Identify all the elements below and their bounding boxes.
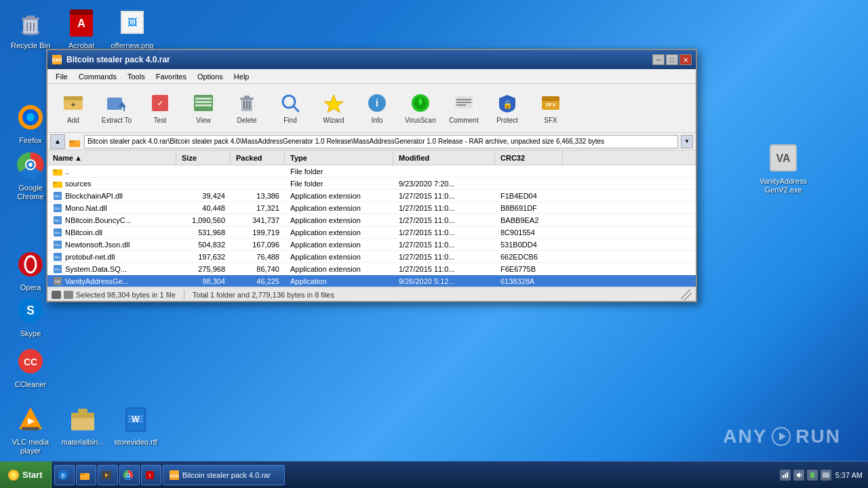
col-crc32-header[interactable]: CRC32 bbox=[495, 150, 563, 165]
toolbar-find-button[interactable]: Find bbox=[270, 87, 311, 130]
restore-button[interactable]: □ bbox=[666, 54, 678, 65]
svg-point-20 bbox=[28, 163, 33, 167]
drive-icon bbox=[68, 135, 81, 148]
toolbar-info-button[interactable]: i Info bbox=[357, 87, 397, 130]
taskbar-folder-icon[interactable] bbox=[76, 465, 96, 485]
desktop-icon-acrobat[interactable]: A Acrobat bbox=[54, 3, 108, 53]
vlc-label: VLC media player bbox=[6, 438, 55, 455]
file-name: Mono.Nat.dll bbox=[65, 204, 107, 212]
menu-help[interactable]: Help bbox=[229, 71, 255, 82]
svg-rect-36 bbox=[128, 415, 143, 417]
table-row[interactable]: DLL BlockchainAPI.dll 39,424 13,386 Appl… bbox=[47, 190, 696, 202]
toolbar-add-button[interactable]: + Add bbox=[53, 87, 94, 130]
toolbar-view-button[interactable]: View bbox=[183, 87, 224, 130]
toolbar-delete-button[interactable]: Delete bbox=[226, 87, 267, 130]
file-size-cell: 98,304 bbox=[176, 277, 231, 286]
svg-rect-117 bbox=[787, 472, 788, 478]
desktop-icon-materialbin[interactable]: materialbin... bbox=[56, 400, 110, 449]
materialbin-icon bbox=[66, 403, 99, 435]
table-row[interactable]: DLL protobuf-net.dll 197,632 76,488 Appl… bbox=[47, 251, 696, 263]
systray-power-icon[interactable] bbox=[807, 470, 818, 481]
taskbar-ie-icon[interactable]: e bbox=[54, 465, 75, 485]
info-icon: i bbox=[366, 92, 388, 114]
taskbar-rar-button[interactable]: RAR Bitcoin stealer pack 4.0.rar bbox=[163, 465, 285, 485]
desktop-icon-vlc[interactable]: ▶ VLC media player bbox=[3, 400, 58, 458]
firefox-icon bbox=[14, 101, 47, 134]
table-row[interactable]: EXE VanityAddressGe... 98,304 46,225 App… bbox=[47, 275, 696, 287]
systray-msg-icon[interactable] bbox=[821, 470, 831, 481]
toolbar-protect-button[interactable]: 🔒 Protect bbox=[487, 87, 528, 130]
desktop-icon-ccleaner[interactable]: CC CCleaner bbox=[3, 342, 58, 392]
start-button[interactable]: Start bbox=[0, 462, 52, 488]
table-row[interactable]: DLL Mono.Nat.dll 40,448 17,321 Applicati… bbox=[47, 202, 696, 214]
col-type-header[interactable]: Type bbox=[285, 150, 393, 165]
status-left-text: Selected 98,304 bytes in 1 file bbox=[76, 291, 176, 299]
statusbar: Selected 98,304 bytes in 1 file Total 1 … bbox=[47, 287, 696, 301]
menu-commands[interactable]: Commands bbox=[73, 71, 122, 82]
toolbar-virusscan-button[interactable]: VirusScan bbox=[400, 87, 441, 130]
file-name-cell: sources bbox=[47, 178, 176, 189]
desktop-icon-storevideo[interactable]: W storevideo.rtf bbox=[108, 400, 163, 449]
table-row[interactable]: sources File folder 9/23/2020 7:20... bbox=[47, 178, 696, 190]
desktop-icon-offernew[interactable]: 🖼 offernew.png bbox=[105, 3, 159, 53]
desktop-icon-recycle-bin[interactable]: Recycle Bin bbox=[3, 3, 58, 53]
materialbin-label: materialbin... bbox=[62, 438, 104, 447]
table-row[interactable]: DLL NBitcoin.BouncyC... 1,090,560 341,73… bbox=[47, 214, 696, 226]
svg-rect-32 bbox=[78, 409, 87, 413]
systray-volume-icon[interactable] bbox=[793, 470, 804, 481]
menubar: File Commands Tools Favorites Options He… bbox=[47, 69, 696, 84]
test-label: Test bbox=[154, 117, 166, 124]
svg-rect-75 bbox=[456, 104, 466, 106]
file-name: .. bbox=[65, 167, 69, 176]
storevideo-label: storevideo.rtf bbox=[114, 438, 157, 447]
svg-rect-49 bbox=[107, 98, 122, 110]
file-crc32-cell: 6138328A bbox=[495, 277, 563, 286]
col-name-header[interactable]: Name ▲ bbox=[47, 150, 176, 165]
file-size-cell: 504,832 bbox=[176, 240, 231, 249]
systray-network-icon[interactable] bbox=[780, 470, 791, 481]
toolbar-wizard-button[interactable]: Wizard bbox=[313, 87, 354, 130]
resize-handle[interactable] bbox=[681, 289, 692, 300]
minimize-button[interactable]: ─ bbox=[652, 54, 665, 65]
menu-file[interactable]: File bbox=[50, 71, 73, 82]
file-packed-cell bbox=[231, 171, 285, 172]
close-button[interactable]: ✕ bbox=[679, 54, 692, 65]
taskbar-chrome-icon[interactable] bbox=[119, 465, 140, 485]
menu-tools[interactable]: Tools bbox=[122, 71, 151, 82]
svg-rect-105 bbox=[80, 473, 85, 475]
taskbar-security-icon[interactable]: ! bbox=[141, 465, 161, 485]
toolbar-sfx-button[interactable]: SFX SFX bbox=[530, 87, 571, 130]
file-name: BlockchainAPI.dll bbox=[65, 192, 123, 200]
file-type-cell: Application bbox=[285, 277, 393, 286]
toolbar-comment-button[interactable]: Comment bbox=[443, 87, 484, 130]
file-name-cell: EXE VanityAddressGe... bbox=[47, 276, 176, 287]
table-row[interactable]: .. File folder bbox=[47, 165, 696, 178]
systray-icons bbox=[780, 470, 831, 481]
menu-options[interactable]: Options bbox=[192, 71, 229, 82]
col-modified-header[interactable]: Modified bbox=[393, 150, 495, 165]
address-input[interactable] bbox=[84, 135, 678, 148]
file-crc32-cell: B8B691DF bbox=[495, 203, 563, 213]
table-row[interactable]: DLL System.Data.SQ... 275,968 86,740 App… bbox=[47, 263, 696, 275]
taskbar-media-icon[interactable] bbox=[98, 465, 118, 485]
up-button[interactable]: ▲ bbox=[50, 134, 65, 149]
svg-rect-37 bbox=[128, 418, 143, 420]
extract-label: Extract To bbox=[102, 117, 132, 124]
menu-favorites[interactable]: Favorites bbox=[151, 71, 192, 82]
addressbar: ▲ ▼ bbox=[47, 133, 696, 150]
file-modified-cell: 1/27/2015 11:0... bbox=[393, 252, 495, 262]
col-packed-header[interactable]: Packed bbox=[231, 150, 285, 165]
status-left: Selected 98,304 bytes in 1 file Total 1 … bbox=[52, 290, 679, 300]
file-name-cell: DLL System.Data.SQ... bbox=[47, 264, 176, 274]
svg-rect-47 bbox=[64, 96, 83, 100]
add-label: Add bbox=[67, 117, 79, 124]
col-size-header[interactable]: Size bbox=[176, 150, 231, 165]
file-name-cell: DLL Newtonsoft.Json.dll bbox=[47, 239, 176, 250]
toolbar-extract-button[interactable]: Extract To bbox=[96, 87, 137, 130]
svg-rect-31 bbox=[71, 413, 94, 418]
address-dropdown[interactable]: ▼ bbox=[681, 135, 693, 148]
toolbar-test-button[interactable]: ✓ Test bbox=[140, 87, 180, 130]
desktop-icon-vanityaddress[interactable]: VA VanityAddress GenV2.exe bbox=[753, 139, 814, 197]
table-row[interactable]: DLL NBitcoin.dll 531,968 199,719 Applica… bbox=[47, 226, 696, 239]
table-row[interactable]: DLL Newtonsoft.Json.dll 504,832 167,096 … bbox=[47, 239, 696, 251]
